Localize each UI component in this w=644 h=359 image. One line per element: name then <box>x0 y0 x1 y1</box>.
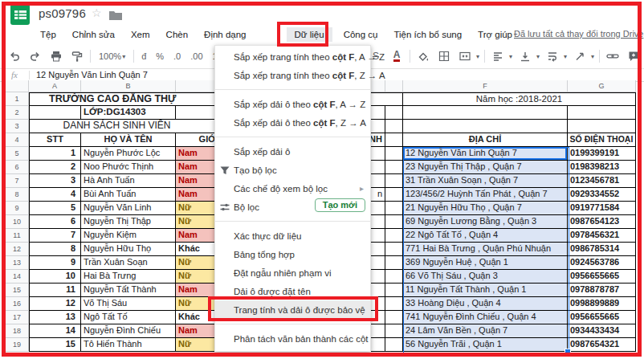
column-header-A[interactable]: A <box>29 80 81 92</box>
cell-G5[interactable]: 0199399191 <box>568 147 636 161</box>
create-new-slicer-button[interactable]: Tạo mới <box>315 198 365 212</box>
cell-E8[interactable] <box>385 188 403 202</box>
cell-B7[interactable]: Hà Anh Tuấn <box>81 174 176 188</box>
menu-item-slicer[interactable]: Bộ lọcTạo mới <box>215 198 370 216</box>
column-header-G[interactable]: G <box>568 80 636 92</box>
cell-G19[interactable]: 0987654321 <box>568 338 636 352</box>
column-header-E[interactable] <box>385 80 403 92</box>
cell-B12[interactable]: Nguyễn Hữu Thọ <box>81 243 176 256</box>
row-header-3[interactable]: 3 <box>6 120 29 133</box>
cell-B14[interactable]: Hai Bà Trưng <box>81 270 176 284</box>
cell-F6[interactable]: 23 Nguyễn Thị Thập , Quận 7 <box>403 161 568 174</box>
cell-G11[interactable]: 0978456321 <box>568 229 636 243</box>
cell-E16[interactable] <box>385 297 403 311</box>
row-header-8[interactable]: 8 <box>6 188 29 202</box>
cell-A12[interactable]: 8 <box>29 243 81 256</box>
row-header-12[interactable]: 12 <box>6 243 29 256</box>
cell-B17[interactable]: Ngô Tất Tố <box>81 311 176 324</box>
cell-E2[interactable] <box>385 106 403 120</box>
cell-B18[interactable]: Nguyễn Đình Chiếu <box>81 324 176 338</box>
cell-E12[interactable] <box>385 243 403 256</box>
menu-item-protected-sheets[interactable]: Trang tính và dải ô được bảo vệ <box>215 300 370 319</box>
cell-A6[interactable]: 2 <box>29 161 81 174</box>
cell-A15[interactable]: 11 <box>29 284 81 297</box>
cell-G8[interactable]: 0929334552 <box>568 188 636 202</box>
row-header-19[interactable]: 19 <box>6 338 29 352</box>
cell-F7[interactable]: 31 Trần Xuân Soạn , Quận 7 <box>403 174 568 188</box>
menu-item-sort-sheet-za[interactable]: Sắp xếp trang tính theo cột F, Z → A <box>215 66 370 84</box>
cell-A14[interactable]: 10 <box>29 270 81 284</box>
cell-F12[interactable]: 771 Hai Bà Trưng , Quận Phú Nhuận <box>403 243 568 256</box>
row-header-5[interactable]: 5 <box>6 147 29 161</box>
row-header-18[interactable]: 18 <box>6 324 29 338</box>
cell-A16[interactable]: 12 <box>29 297 81 311</box>
cell-A19[interactable]: 15 <box>29 338 81 352</box>
menu-item-sort-sheet-az[interactable]: Sắp xếp trang tính theo cột F, A → Z <box>215 47 370 66</box>
cell-A8[interactable]: 4 <box>29 188 81 202</box>
cell-F1-school-year[interactable]: Năm học :2018-2021 <box>403 92 636 106</box>
row-header-6[interactable]: 6 <box>6 161 29 174</box>
cell-F10[interactable]: 69 Nguyễn Lương Bằng , Quận 3 <box>403 215 568 229</box>
menu-item-named-ranges[interactable]: Dải ô được đặt tên <box>215 282 370 300</box>
cell-E9[interactable] <box>385 202 403 215</box>
cell-B13[interactable]: Trần Xuân Soạn <box>81 256 176 270</box>
cell-E11[interactable] <box>385 229 403 243</box>
cell-B5[interactable]: Nguyễn Phước Lộc <box>81 147 176 161</box>
cell-A7[interactable]: 3 <box>29 174 81 188</box>
cell-F5[interactable]: 12 Nguyễn Văn Linh Quận 7 <box>403 147 568 161</box>
cell-E6[interactable] <box>385 161 403 174</box>
cell-B8[interactable]: Bùi Anh Tuấn <box>81 188 176 202</box>
cell-E14[interactable] <box>385 270 403 284</box>
row-header-10[interactable]: 10 <box>6 215 29 229</box>
row-header-17[interactable]: 17 <box>6 311 29 324</box>
row-header-9[interactable]: 9 <box>6 202 29 215</box>
cell-F9[interactable]: 21 Nguyễn Hữu Thọ , Quận 7 <box>403 202 568 215</box>
cell-G6[interactable]: 0198398213 <box>568 161 636 174</box>
row-header-13[interactable]: 13 <box>6 256 29 270</box>
cell-A11[interactable]: 7 <box>29 229 81 243</box>
column-header-B[interactable]: B <box>81 80 176 92</box>
cell-F13[interactable]: 369 Nguyễn Huệ , Quận 1 <box>403 256 568 270</box>
cell-G15[interactable]: 0978878787 <box>568 284 636 297</box>
cell-G14[interactable]: 0956655665 <box>568 270 636 284</box>
cell-B4-header-name[interactable]: HỌ VÀ TÊN <box>81 133 176 147</box>
grid-corner[interactable] <box>6 80 29 92</box>
cell-F17[interactable]: 741 Nguyễn Đình Chiếu , Quận 4 <box>403 311 568 324</box>
menu-item-filter-views[interactable]: Các chế độ xem bộ lọc▸ <box>215 179 370 198</box>
cell-E5[interactable] <box>385 147 403 161</box>
cell-B10[interactable]: Nguyễn Thị Thập <box>81 215 176 229</box>
cell-B15[interactable]: Nguyễn Tất Thành <box>81 284 176 297</box>
cell-E3[interactable] <box>385 120 403 133</box>
cell-E10[interactable] <box>385 215 403 229</box>
cell-G18[interactable]: 0934433434 <box>568 324 636 338</box>
cell-A9[interactable]: 5 <box>29 202 81 215</box>
cell-A17[interactable]: 13 <box>29 311 81 324</box>
menu-item-sort-range-az[interactable]: Sắp xếp dải ô theo cột F, A → Z <box>215 95 370 113</box>
cell-F4-header-address[interactable]: ĐỊA CHỈ <box>403 133 568 147</box>
cell-A2[interactable] <box>29 106 81 120</box>
menu-item-pivot-table[interactable]: Bảng tổng hợp <box>215 245 370 263</box>
cell-F8[interactable]: 123/456/2 Huỳnh Tấn Phát , Quận 7 <box>403 188 568 202</box>
cell-F16[interactable]: 33 Hoàng Diệu , Quận 4 <box>403 297 568 311</box>
cell-F19[interactable]: 56 Nguyễn Trãi , Quận 1 <box>403 338 568 352</box>
cell-B16[interactable]: Võ Thị Sáu <box>81 297 176 311</box>
cell-G3[interactable] <box>568 120 636 133</box>
cell-A18[interactable]: 14 <box>29 324 81 338</box>
cell-B2-class-label[interactable]: LỚP:DG14303 <box>81 106 176 120</box>
cell-F14[interactable]: 66 Võ Thị Sáu , Quận 3 <box>403 270 568 284</box>
cell-G2[interactable] <box>568 106 636 120</box>
cell-A5[interactable]: 1 <box>29 147 81 161</box>
cell-G12[interactable]: 0986785314 <box>568 243 636 256</box>
cell-E13[interactable] <box>385 256 403 270</box>
cell-E17[interactable] <box>385 311 403 324</box>
menu-item-sort-range-za[interactable]: Sắp xếp dải ô theo cột F, Z → A <box>215 113 370 132</box>
cell-G16[interactable]: 0998899889 <box>568 297 636 311</box>
row-header-14[interactable]: 14 <box>6 270 29 284</box>
menu-item-create-filter[interactable]: Tạo bộ lọc <box>215 161 370 179</box>
cell-E18[interactable] <box>385 324 403 338</box>
cell-G17[interactable]: 0956655665 <box>568 311 636 324</box>
cell-G10[interactable]: 0987654123 <box>568 215 636 229</box>
menu-item-data-validation[interactable]: Xác thực dữ liệu <box>215 226 370 245</box>
cell-G9[interactable]: 0919771584 <box>568 202 636 215</box>
cell-F15[interactable]: 11 Nguyễn Tất Thành , Quận 1 <box>403 284 568 297</box>
